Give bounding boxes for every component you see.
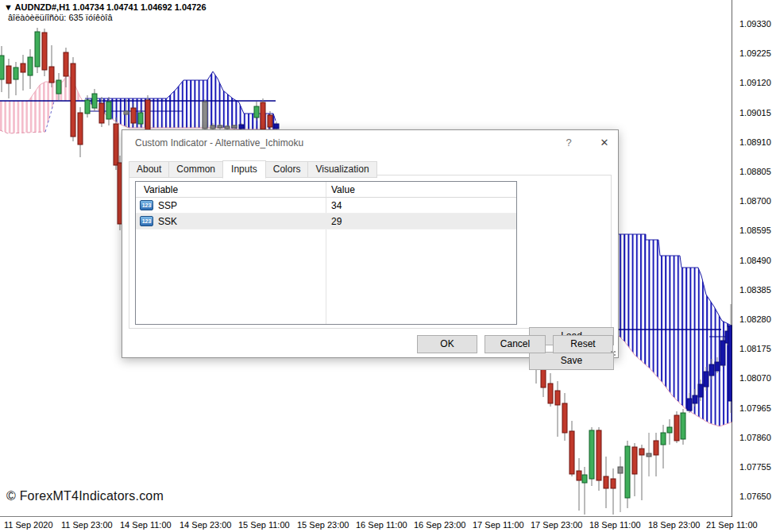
watermark-text: © ForexMT4Indicators.com — [6, 489, 164, 503]
candle-body — [715, 362, 720, 371]
ichimoku-cloud — [614, 234, 743, 426]
price-axis-label: 1.09120 — [739, 78, 771, 87]
candle-body — [625, 446, 630, 498]
candle-body — [661, 433, 666, 445]
price-axis-label: 1.08280 — [739, 314, 771, 324]
price-axis-label: 1.09015 — [739, 108, 771, 118]
parameter-value[interactable]: 29 — [331, 216, 342, 227]
time-axis[interactable]: 11 Sep 202011 Sep 23:0014 Sep 11:0014 Se… — [0, 517, 776, 532]
help-icon[interactable]: ? — [562, 136, 576, 150]
candle-body — [720, 341, 725, 365]
price-axis-label: 1.07860 — [739, 433, 771, 442]
candle-body — [225, 126, 230, 129]
candle-body — [604, 476, 608, 488]
candle-body — [145, 100, 150, 132]
candle-body — [210, 125, 215, 129]
candle-body — [632, 447, 637, 474]
tab-colors[interactable]: Colors — [265, 161, 309, 178]
price-axis-label: 1.08595 — [739, 226, 771, 235]
candle-body — [218, 125, 222, 128]
time-axis-label: 15 Sep 23:00 — [297, 520, 349, 530]
cancel-button[interactable]: Cancel — [485, 335, 546, 353]
tab-common[interactable]: Common — [168, 161, 223, 178]
value-column-header: Value — [331, 184, 355, 195]
numeric-parameter-icon: 123 — [140, 216, 153, 226]
candle-body — [71, 64, 75, 137]
price-axis-label: 1.07755 — [739, 462, 771, 472]
tab-visualization[interactable]: Visualization — [307, 161, 376, 178]
price-axis-label: 1.07965 — [739, 403, 771, 413]
price-axis-label: 1.08070 — [739, 373, 771, 383]
candle-body — [709, 364, 714, 376]
candle-body — [654, 441, 658, 455]
price-axis-label: 1.08490 — [739, 256, 771, 265]
candle-body — [562, 403, 567, 433]
candle-body — [138, 113, 143, 124]
table-row-ssp[interactable]: 123 SSP 34 — [136, 198, 516, 214]
time-axis-label: 14 Sep 23:00 — [180, 520, 231, 530]
candle-body — [14, 67, 18, 79]
candle-body — [78, 113, 83, 145]
candle-body — [681, 413, 685, 439]
candle-body — [131, 108, 136, 123]
price-axis-label: 1.08910 — [739, 137, 771, 147]
parameter-value[interactable]: 34 — [331, 200, 342, 211]
dialog-title: Custom Indicator - Alternative_Ichimoku — [135, 137, 303, 148]
candle-body — [49, 67, 54, 83]
ok-button[interactable]: OK — [417, 335, 477, 353]
candle-body — [639, 449, 644, 455]
price-axis-label: 1.09225 — [739, 48, 771, 58]
time-axis-label: 11 Sep 2020 — [4, 520, 53, 530]
candle-body — [647, 453, 651, 457]
variable-column-header: Variable — [144, 184, 178, 195]
candle-body — [274, 124, 279, 129]
candle-body — [254, 106, 259, 118]
candle-body — [261, 102, 265, 129]
candle-body — [541, 369, 546, 387]
price-axis-label: 1.09330 — [739, 19, 771, 29]
tab-about[interactable]: About — [129, 161, 169, 178]
candle-body — [596, 430, 601, 480]
inputs-tab-page: Variable Value 123 SSP 34 123 SSK 29 Loa… — [129, 175, 612, 329]
table-row-ssk[interactable]: 123 SSK 29 — [136, 214, 516, 229]
candle-body — [21, 64, 25, 72]
table-header-row: Variable Value — [136, 182, 516, 198]
candle-body — [42, 33, 47, 70]
candle-body — [704, 372, 708, 387]
ichimoku-cloud — [0, 101, 54, 133]
save-button[interactable]: Save — [529, 352, 614, 370]
candle-body — [589, 430, 594, 479]
resize-grip[interactable] — [610, 350, 616, 356]
candle-body — [64, 52, 68, 76]
candle-body — [582, 475, 587, 483]
price-axis-label: 1.07650 — [739, 492, 771, 501]
candle-body — [693, 395, 697, 403]
time-axis-label: 15 Sep 11:00 — [238, 520, 290, 530]
candle-body — [618, 467, 623, 473]
candle-body — [203, 102, 207, 129]
candle-body — [232, 125, 237, 128]
chart-dropdown-icon[interactable]: ▼ — [4, 2, 13, 12]
candle-body — [124, 111, 129, 114]
custom-indicator-dialog: Custom Indicator - Alternative_Ichimoku … — [122, 129, 619, 358]
time-axis-label: 21 Sep 11:00 — [706, 520, 758, 530]
reset-button[interactable]: Reset — [553, 335, 613, 353]
price-axis-label: 1.08175 — [739, 344, 771, 353]
candle-body — [687, 399, 692, 411]
time-axis-label: 17 Sep 11:00 — [473, 520, 524, 530]
candle-body — [611, 479, 616, 488]
parameter-name: SSK — [158, 216, 177, 227]
candle-body — [92, 94, 97, 108]
tab-inputs[interactable]: Inputs — [222, 160, 266, 179]
price-axis-label: 1.08385 — [739, 285, 771, 295]
candle-body — [577, 471, 581, 480]
price-axis[interactable]: 1.093301.092251.091201.090151.089101.088… — [732, 0, 776, 517]
candle-body — [35, 32, 40, 67]
close-icon[interactable]: ✕ — [597, 136, 612, 150]
time-axis-label: 16 Sep 23:00 — [414, 520, 465, 530]
candle-body — [667, 427, 672, 433]
candle-body — [698, 384, 703, 397]
candle-body — [674, 415, 679, 441]
candle-body — [85, 100, 90, 114]
time-axis-label: 16 Sep 11:00 — [356, 520, 407, 530]
